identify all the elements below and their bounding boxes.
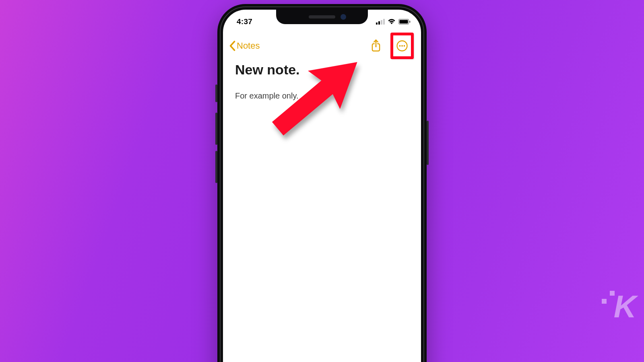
volume-down-button <box>215 151 217 183</box>
status-time: 4:37 <box>237 17 252 26</box>
chevron-left-icon <box>229 41 236 51</box>
notch <box>276 10 368 24</box>
power-button <box>427 121 429 165</box>
svg-point-11 <box>401 45 403 47</box>
svg-rect-2 <box>381 20 382 25</box>
phone-screen: 4:37 <box>223 10 421 362</box>
svg-rect-3 <box>383 19 385 25</box>
more-options-button[interactable] <box>394 36 410 56</box>
share-button[interactable] <box>367 37 385 55</box>
svg-rect-5 <box>399 20 408 23</box>
watermark: K <box>614 288 635 325</box>
front-camera <box>341 14 346 20</box>
note-body[interactable]: For example only. <box>235 91 409 101</box>
svg-rect-0 <box>376 23 378 25</box>
note-content[interactable]: New note. For example only. <box>235 62 409 101</box>
svg-rect-1 <box>378 21 380 25</box>
svg-rect-6 <box>409 21 410 23</box>
note-title[interactable]: New note. <box>235 62 409 78</box>
phone-frame: 4:37 <box>217 4 427 362</box>
mute-switch <box>215 84 217 102</box>
status-right <box>376 19 411 25</box>
nav-bar: Notes <box>223 34 421 58</box>
cellular-icon <box>376 19 385 25</box>
battery-icon <box>398 19 411 25</box>
back-label: Notes <box>237 41 260 51</box>
share-icon <box>371 39 381 52</box>
back-button[interactable]: Notes <box>229 41 260 51</box>
volume-up-button <box>215 113 217 145</box>
speaker-grille <box>309 15 335 19</box>
annotation-highlight <box>390 33 414 59</box>
watermark-text: K <box>614 289 635 324</box>
wifi-icon <box>388 19 396 25</box>
svg-point-12 <box>404 45 405 47</box>
svg-point-10 <box>399 45 401 47</box>
ellipsis-circle-icon <box>396 40 408 52</box>
